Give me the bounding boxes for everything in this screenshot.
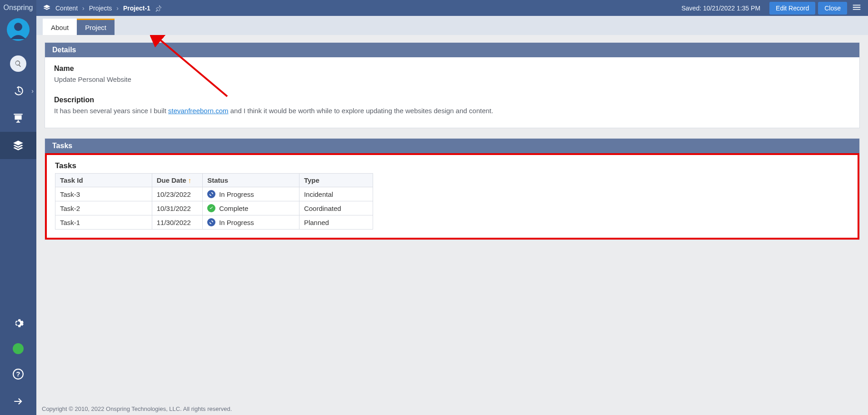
table-row[interactable]: Task-310/23/2022In ProgressIncidental xyxy=(55,187,373,201)
cell-status: In Progress xyxy=(203,215,299,230)
col-due-date[interactable]: Due Date↑ xyxy=(152,174,202,187)
saved-timestamp: Saved: 10/21/2022 1:35 PM xyxy=(681,5,760,12)
cell-task-id: Task-3 xyxy=(55,187,152,201)
sort-asc-icon: ↑ xyxy=(188,176,192,184)
description-text-post: and I think it would be worth while to e… xyxy=(229,107,494,115)
app-logo: Onspring xyxy=(4,0,33,15)
tab-project[interactable]: Project xyxy=(77,19,115,35)
cell-status: In Progress xyxy=(203,187,299,201)
cell-type: Incidental xyxy=(299,187,373,201)
search-icon xyxy=(10,55,26,72)
nav-history[interactable]: › xyxy=(0,77,36,105)
field-label-description: Description xyxy=(54,96,850,104)
breadcrumb: Content › Projects › Project-1 xyxy=(43,4,681,12)
close-button[interactable]: Close xyxy=(818,2,847,15)
pin-icon[interactable] xyxy=(155,5,162,12)
nav-help[interactable]: ? xyxy=(0,360,36,388)
status-icon xyxy=(207,218,215,226)
history-icon xyxy=(12,85,24,97)
table-row[interactable]: Task-210/31/2022CompleteCoordinated xyxy=(55,201,373,215)
left-sidebar: Onspring › ? xyxy=(0,0,36,415)
chevron-right-icon: › xyxy=(116,5,119,12)
breadcrumb-current: Project-1 xyxy=(123,5,150,12)
tab-bar: About Project xyxy=(36,16,868,35)
col-task-id[interactable]: Task Id xyxy=(55,174,152,187)
footer: Copyright © 2010, 2022 Onspring Technolo… xyxy=(36,403,868,415)
cell-type: Coordinated xyxy=(299,201,373,215)
presentation-icon xyxy=(12,112,24,124)
svg-point-1 xyxy=(14,23,22,31)
table-row[interactable]: Task-111/30/2022In ProgressPlanned xyxy=(55,215,373,230)
copyright-text: Copyright © 2010, 2022 Onspring Technolo… xyxy=(42,405,232,412)
details-panel: Details Name Update Personal Website Des… xyxy=(45,42,860,128)
description-text-pre: It has been several years since I built xyxy=(54,107,168,115)
chevron-right-icon: › xyxy=(82,5,85,12)
cell-due-date: 10/31/2022 xyxy=(152,201,202,215)
nav-settings[interactable] xyxy=(0,310,36,337)
panel-header-tasks: Tasks xyxy=(45,139,859,153)
gear-icon xyxy=(12,317,24,329)
help-icon: ? xyxy=(12,368,24,380)
menu-icon xyxy=(852,2,862,12)
panel-header-details: Details xyxy=(45,43,859,57)
breadcrumb-content[interactable]: Content xyxy=(55,5,78,12)
tasks-grid-title: Tasks xyxy=(55,161,849,170)
status-icon xyxy=(207,190,215,198)
col-type[interactable]: Type xyxy=(299,174,373,187)
description-link[interactable]: stevanfreeborn.com xyxy=(168,107,229,115)
user-avatar[interactable] xyxy=(7,18,30,41)
nav-forward[interactable] xyxy=(0,388,36,415)
content-area: Details Name Update Personal Website Des… xyxy=(36,35,868,403)
main-area: Content › Projects › Project-1 Saved: 10… xyxy=(36,0,868,415)
cell-due-date: 10/23/2022 xyxy=(152,187,202,201)
layers-icon xyxy=(43,4,51,12)
field-value-name: Update Personal Website xyxy=(54,75,850,85)
topbar: Content › Projects › Project-1 Saved: 10… xyxy=(36,0,868,16)
edit-record-button[interactable]: Edit Record xyxy=(769,2,815,15)
tasks-table: Task Id Due Date↑ Status Type Task-310/2… xyxy=(55,173,373,230)
field-value-description: It has been several years since I built … xyxy=(54,106,850,116)
cell-task-id: Task-2 xyxy=(55,201,152,215)
layers-icon xyxy=(12,140,24,151)
tasks-highlight-box: Tasks Task Id Due Date↑ Status Type Task… xyxy=(45,153,859,240)
nav-presentation[interactable] xyxy=(0,105,36,132)
svg-text:?: ? xyxy=(16,370,20,378)
breadcrumb-projects[interactable]: Projects xyxy=(89,5,112,12)
arrow-right-icon xyxy=(12,395,24,407)
tasks-panel: Tasks Tasks Task Id Due Date↑ Status Typ… xyxy=(45,138,860,240)
menu-button[interactable] xyxy=(852,2,862,14)
cell-due-date: 11/30/2022 xyxy=(152,215,202,230)
cell-status: Complete xyxy=(203,201,299,215)
nav-content[interactable] xyxy=(0,132,36,159)
tab-about[interactable]: About xyxy=(43,19,77,35)
status-icon xyxy=(207,204,215,212)
nav-search[interactable] xyxy=(0,50,36,77)
field-label-name: Name xyxy=(54,65,850,73)
cell-task-id: Task-1 xyxy=(55,215,152,230)
status-indicator[interactable] xyxy=(13,343,24,354)
chevron-right-icon: › xyxy=(31,87,34,95)
cell-type: Planned xyxy=(299,215,373,230)
col-status[interactable]: Status xyxy=(203,174,299,187)
